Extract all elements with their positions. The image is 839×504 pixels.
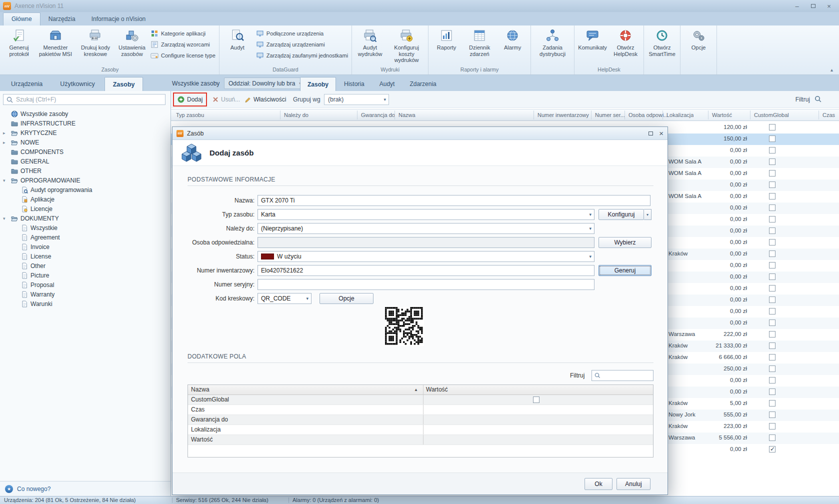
ribbon-button-kategorie-aplikacji[interactable]: Kategorie aplikacji [150,29,216,38]
sidebar-search[interactable] [3,94,166,105]
field-row-czas[interactable]: Czas [188,405,653,415]
dialog-filter-input-wrap[interactable] [592,370,654,381]
sidebar-item-oprogramowanie[interactable]: ▾OPROGRAMOWANIE [0,176,170,185]
ribbon-button-generuj-protokol[interactable]: Generuj protokół [2,26,36,59]
field-row-lokalizacja[interactable]: Lokalizacja [188,425,653,435]
group-by-dropdown[interactable]: (brak) [324,94,389,105]
custom-global-checkbox[interactable] [769,216,776,222]
table-header[interactable]: Typ zasobuNależy doGwarancja doNazwaNume… [171,109,839,121]
ribbon-button-menedzer-pakietow-msi[interactable]: Menedżer pakietów MSI [36,26,76,59]
custom-global-checkbox[interactable] [769,193,776,200]
sidebar-item-warunki[interactable]: Warunki [0,299,170,308]
filter-search-icon[interactable] [814,96,822,104]
column-header-nalezy-do[interactable]: Należy do [284,112,308,118]
ribbon-button-zarzadzaj-zaufanymi-jednostkami[interactable]: Zarządzaj zaufanymi jednostkami [256,51,348,60]
subtab-zdarzenia[interactable]: Zdarzenia [402,77,443,91]
sidebar-item-infrastructure[interactable]: INFRASTRUCTURE [0,118,170,128]
additional-fields-header[interactable]: Nazwa ▲ Wartość [188,385,653,395]
subtab-audyt[interactable]: Audyt [372,77,402,91]
whats-new-link[interactable]: ★ Co nowego? [0,481,170,496]
subtab-zasoby[interactable]: Zasoby [300,77,336,91]
custom-global-checkbox[interactable] [769,147,776,154]
ribbon-button-configure-license-type[interactable]: Configure license type [150,51,216,60]
custom-global-checkbox[interactable] [769,331,776,338]
custom-global-checkbox[interactable] [769,262,776,268]
column-header-nazwa[interactable]: Nazwa [398,112,416,118]
sidebar-item-invoice[interactable]: Invoice [0,242,170,252]
ribbon-button-podlaczone-urzadzenia[interactable]: Podłączone urządzenia [256,29,348,38]
all-assets-button[interactable]: Wszystkie zasoby [167,78,224,89]
custom-global-checkbox[interactable] [769,124,776,130]
cancel-button[interactable]: Anuluj [616,478,650,490]
sidebar-item-krytyczne[interactable]: ▸KRYTYCZNE [0,128,170,138]
expander-icon[interactable]: ▾ [3,178,8,183]
expander-icon[interactable]: ▾ [3,216,8,221]
ribbon-tab-informacje[interactable]: Informacje o nVision [84,13,154,26]
ribbon-button-audyt[interactable]: Audyt [221,26,254,53]
custom-global-checkbox[interactable] [769,274,776,280]
column-divider[interactable] [357,110,358,120]
dialog-close-button[interactable]: × [659,130,664,137]
column-divider[interactable] [818,110,819,120]
custom-global-checkbox[interactable] [769,412,776,418]
sidebar-item-licencje[interactable]: Licencje [0,204,170,214]
expander-icon[interactable]: ▸ [3,130,8,136]
custom-global-checkbox[interactable] [769,342,776,349]
ribbon-tab-glowne[interactable]: Główne [3,12,40,26]
sidebar-item-wszystkie-zasoby[interactable]: Wszystkie zasoby [0,109,170,118]
ribbon-button-zarzadzaj-urzadzeniami[interactable]: Zarządzaj urządzeniami [256,40,348,49]
minimize-button[interactable]: – [790,1,804,11]
sidebar-item-nowe[interactable]: ▸NOWE [0,138,170,147]
kod-kreskowy-combo[interactable]: QR_CODE [258,293,312,304]
ribbon-button-opcje[interactable]: Opcje [682,26,715,53]
column-header-gwarancja-do[interactable]: Gwarancja do [361,112,395,118]
ok-button[interactable]: Ok [584,478,612,490]
dialog-maximize-button[interactable] [648,130,653,137]
custom-global-checkbox[interactable] [769,204,776,211]
sidebar-item-picture[interactable]: Picture [0,270,170,280]
custom-global-value-checkbox[interactable] [533,396,540,403]
column-header-customglobal[interactable]: CustomGlobal [754,112,789,118]
custom-global-checkbox[interactable] [769,320,776,326]
split-dropdown-icon[interactable]: ▾ [644,209,652,220]
osoba-odpowiedzialna-input[interactable] [258,237,594,248]
field-row-wartosc[interactable]: Wartość [188,435,653,445]
dialog-filter-input[interactable] [603,372,650,379]
nazwa-input[interactable] [258,195,650,206]
custom-global-checkbox[interactable] [769,400,776,406]
column-divider[interactable] [708,110,708,120]
sidebar-item-agreement[interactable]: Agreement [0,232,170,242]
custom-global-checkbox[interactable] [769,182,776,188]
custom-global-checkbox[interactable] [769,434,776,441]
sidebar-item-warranty[interactable]: Warranty [0,290,170,299]
nalezy-do-combo[interactable]: (Nieprzypisane) [258,223,594,234]
numer-seryjny-input[interactable] [258,279,594,290]
numer-inwentarzowy-input[interactable] [258,265,594,276]
sidebar-item-proposal[interactable]: Proposal [0,280,170,290]
custom-global-checkbox[interactable] [769,308,776,314]
tab-urzadzenia[interactable]: Urządzenia [3,77,50,91]
sidebar-item-wszystkie[interactable]: Wszystkie [0,223,170,232]
remove-button[interactable]: Usuń... [209,94,244,106]
ribbon-button-otworz-helpdesk[interactable]: Otwórz HelpDesk [609,26,642,59]
ribbon-collapse-icon[interactable]: ▴ [830,67,833,502]
sidebar-item-dokumenty[interactable]: ▾DOKUMENTY [0,214,170,223]
column-header-typ-zasobu[interactable]: Typ zasobu [176,112,204,118]
ribbon-button-zadania-dystrybucji[interactable]: Zadania dystrybucji [532,26,572,59]
custom-global-checkbox[interactable] [769,446,776,452]
custom-global-checkbox[interactable] [769,136,776,142]
status-combo[interactable]: W użyciu [258,251,594,262]
column-header-lokalizacja[interactable]: Lokalizacja [666,112,694,118]
custom-global-checkbox[interactable] [769,250,776,257]
column-header-numer-ser[interactable]: Numer ser... [595,112,625,118]
column-divider[interactable] [624,110,625,120]
custom-global-checkbox[interactable] [769,170,776,176]
ribbon-button-audyt-wydrukow[interactable]: Audyt wydruków [354,26,386,59]
sidebar-item-components[interactable]: COMPONENTS [0,147,170,156]
close-button[interactable]: × [822,1,836,11]
ribbon-tab-narzedzia[interactable]: Narzędzia [40,13,84,26]
custom-global-checkbox[interactable] [769,158,776,165]
expander-icon[interactable]: ▸ [3,140,8,145]
ribbon-button-komunikaty[interactable]: Komunikaty [576,26,609,53]
custom-global-checkbox[interactable] [769,239,776,246]
